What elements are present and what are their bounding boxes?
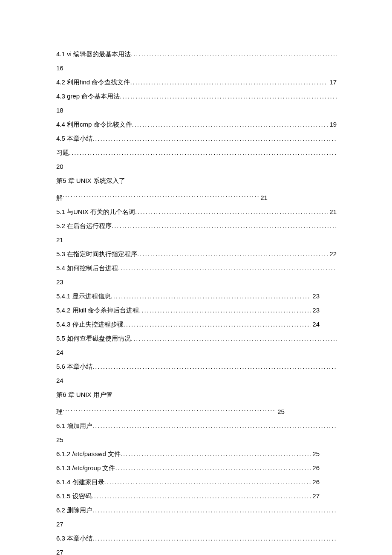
toc-dots [92, 533, 337, 543]
toc-entry-nowrap: 4.1 vi 编辑器的最基本用法 [56, 49, 337, 59]
toc-text: 5.4 如何控制后台进程 [56, 263, 118, 273]
toc-container: 4.1 vi 编辑器的最基本用法 16 4.2 利用find 命令查找文件 17… [56, 49, 337, 555]
toc-dots [121, 449, 311, 459]
toc-page: 25 [311, 449, 320, 459]
toc-page-wrapped: 16 [56, 63, 337, 73]
toc-text: 6.1.2 /etc/passwd 文件 [56, 449, 121, 459]
toc-dots [115, 463, 311, 473]
toc-entry: 5.1 与UNIX 有关的几个名词 21 [56, 207, 337, 217]
toc-chapter-continuation: 解.......................................… [56, 190, 337, 203]
toc-dots [69, 147, 337, 158]
toc-text: 6.2 删除用户 [56, 505, 92, 515]
toc-page-wrapped: 21 [56, 235, 337, 245]
toc-page-wrapped: 27 [56, 547, 337, 555]
toc-page: 24 [311, 319, 320, 330]
toc-dots [104, 477, 311, 487]
toc-dots [92, 491, 311, 501]
toc-text: 6.1 增加用户 [56, 421, 92, 431]
toc-page: 26 [311, 477, 320, 487]
toc-dots [120, 91, 337, 101]
toc-dots [92, 505, 337, 515]
toc-entry-nowrap: 6.3 本章小结 [56, 533, 337, 543]
toc-dots [111, 291, 311, 301]
toc-dots [92, 421, 337, 431]
toc-dots [131, 333, 337, 344]
toc-dots [124, 319, 311, 330]
toc-entry: 5.4.2 用kill 命令杀掉后台进程 23 [56, 305, 337, 315]
toc-page-wrapped: 24 [56, 347, 337, 358]
toc-page: 17 [328, 77, 337, 87]
toc-page-wrapped: 25 [56, 435, 337, 445]
toc-dots [132, 119, 328, 130]
toc-page: 22 [328, 249, 337, 259]
toc-page: 21 [260, 194, 268, 201]
toc-entry-nowrap: 习题 [56, 147, 337, 158]
toc-text: 4.1 vi 编辑器的最基本用法 [56, 49, 131, 59]
toc-text: 4.2 利用find 命令查找文件 [56, 77, 130, 87]
toc-dots: ........................................… [63, 404, 276, 414]
toc-text: 5.6 本章小结 [56, 361, 92, 372]
toc-dots [118, 263, 337, 273]
toc-dots [112, 221, 337, 231]
toc-entry: 5.3 在指定时间执行指定程序 22 [56, 249, 337, 259]
toc-entry: 6.1.3 /etc/group 文件 26 [56, 463, 337, 473]
toc-text: 6.1.4 创建家目录 [56, 477, 104, 487]
toc-entry: 6.1.5 设密码 27 [56, 491, 337, 501]
toc-entry-nowrap: 6.2 删除用户 [56, 505, 337, 515]
toc-entry-nowrap: 4.3 grep 命令基本用法 [56, 91, 337, 101]
toc-text: 6.1.3 /etc/group 文件 [56, 463, 115, 473]
toc-text: 5.4.3 停止失控进程步骤 [56, 319, 124, 330]
toc-page: 19 [328, 119, 337, 130]
toc-page: 23 [311, 291, 320, 301]
toc-text: 5.3 在指定时间执行指定程序 [56, 249, 137, 259]
toc-chapter-continuation: 理.......................................… [56, 404, 337, 417]
toc-entry-nowrap: 5.5 如何查看磁盘使用情况 [56, 333, 337, 344]
toc-dots [131, 49, 337, 59]
toc-entry: 6.1.4 创建家目录 26 [56, 477, 337, 487]
toc-text: 6.3 本章小结 [56, 533, 92, 543]
toc-page: 25 [277, 408, 285, 415]
toc-dots [135, 207, 328, 217]
toc-entry-nowrap: 6.1 增加用户 [56, 421, 337, 431]
toc-page: 23 [311, 305, 320, 315]
toc-entry: 5.4.3 停止失控进程步骤 24 [56, 319, 337, 330]
toc-dots [92, 133, 337, 144]
toc-entry-nowrap: 5.6 本章小结 [56, 361, 337, 372]
toc-page-wrapped: 20 [56, 162, 337, 172]
toc-page-wrapped: 24 [56, 376, 337, 386]
toc-page-wrapped: 18 [56, 105, 337, 116]
toc-entry-nowrap: 5.4 如何控制后台进程 [56, 263, 337, 273]
toc-dots [130, 77, 328, 87]
toc-text: 理 [56, 408, 63, 415]
toc-dots [139, 305, 311, 315]
toc-dots: ........................................… [63, 190, 259, 200]
toc-text: 4.4 利用cmp 命令比较文件 [56, 119, 132, 130]
toc-page-wrapped: 23 [56, 277, 337, 287]
toc-text: 习题 [56, 147, 69, 158]
toc-text: 5.1 与UNIX 有关的几个名词 [56, 207, 135, 217]
toc-entry: 6.1.2 /etc/passwd 文件 25 [56, 449, 337, 459]
toc-text: 4.3 grep 命令基本用法 [56, 91, 120, 101]
toc-page: 27 [311, 491, 320, 501]
toc-page-wrapped: 27 [56, 519, 337, 529]
toc-text: 5.4.2 用kill 命令杀掉后台进程 [56, 305, 139, 315]
toc-text: 6.1.5 设密码 [56, 491, 92, 501]
toc-text: 5.4.1 显示进程信息 [56, 291, 111, 301]
toc-dots [92, 361, 337, 372]
toc-entry-nowrap: 4.5 本章小结 [56, 133, 337, 144]
toc-entry-nowrap: 5.2 在后台运行程序 [56, 221, 337, 231]
toc-entry: 4.4 利用cmp 命令比较文件 19 [56, 119, 337, 130]
toc-page: 21 [328, 207, 337, 217]
toc-page: 26 [311, 463, 320, 473]
toc-chapter-title: 第5 章 UNIX 系统深入了 [56, 176, 337, 186]
toc-text: 4.5 本章小结 [56, 133, 92, 144]
toc-text: 5.5 如何查看磁盘使用情况 [56, 333, 131, 344]
toc-text: 5.2 在后台运行程序 [56, 221, 112, 231]
toc-chapter-title: 第6 章 UNIX 用户管 [56, 390, 337, 400]
toc-text: 解 [56, 194, 63, 201]
toc-entry: 5.4.1 显示进程信息 23 [56, 291, 337, 301]
toc-entry: 4.2 利用find 命令查找文件 17 [56, 77, 337, 87]
toc-dots [137, 249, 328, 259]
